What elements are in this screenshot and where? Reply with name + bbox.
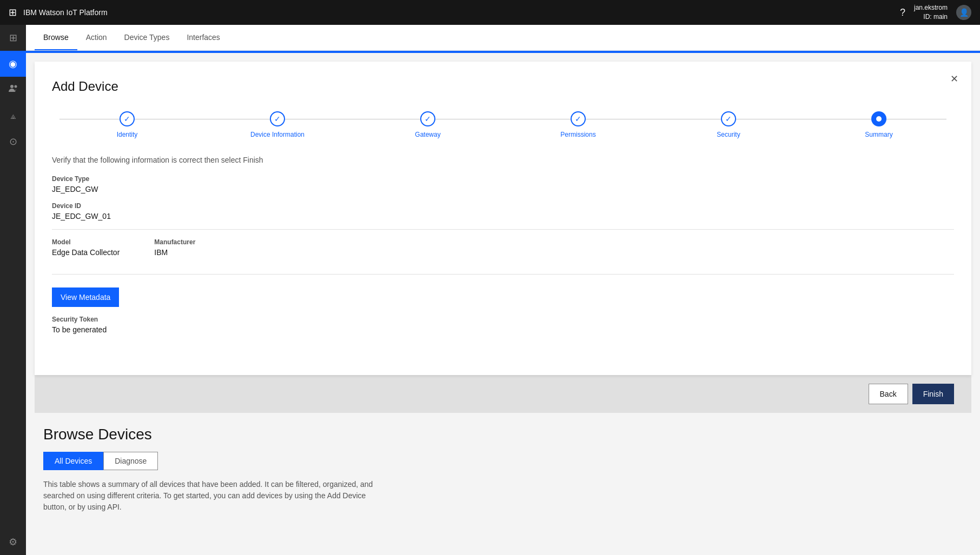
model-field: Model Edge Data Collector (52, 238, 120, 257)
sidebar-item-grid[interactable]: ⊞ (0, 25, 26, 51)
step-gateway: ✓ Gateway (353, 111, 503, 138)
device-id-field: Device ID JE_EDC_GW_01 (52, 202, 954, 220)
add-device-modal: Add Device ✕ ✓ Identity ✓ Device Informa… (35, 62, 971, 375)
modal-title: Add Device (52, 79, 954, 94)
step-circle-summary (871, 111, 886, 126)
members-icon (8, 83, 18, 97)
sidebar: ⊞ ◉ ⟁ ⊙ ⚙ (0, 25, 26, 555)
user-info: jan.ekstrom ID: main (914, 3, 948, 22)
accent-bar (26, 51, 980, 53)
tab-interfaces[interactable]: Interfaces (178, 25, 228, 50)
top-bar: ⊞ IBM Watson IoT Platform ? jan.ekstrom … (0, 0, 980, 25)
step-label-identity: Identity (117, 131, 138, 138)
tab-diagnose[interactable]: Diagnose (103, 452, 158, 470)
browse-title: Browse Devices (43, 426, 963, 443)
tab-device-types[interactable]: Device Types (116, 25, 178, 50)
device-id-label: Device ID (52, 202, 954, 210)
model-value: Edge Data Collector (52, 248, 120, 257)
grid-menu-icon[interactable]: ⊞ (9, 6, 17, 18)
view-metadata-button[interactable]: View Metadata (52, 287, 119, 307)
step-circle-gateway: ✓ (420, 111, 435, 126)
rules-icon: ⟁ (10, 110, 16, 122)
help-icon[interactable]: ? (900, 7, 905, 18)
divider-2 (52, 274, 954, 275)
stepper: ✓ Identity ✓ Device Information ✓ Gatewa… (52, 111, 954, 138)
model-manufacturer-row: Model Edge Data Collector Manufacturer I… (52, 238, 954, 265)
security-token-field: Security Token To be generated (52, 316, 954, 334)
step-label-gateway: Gateway (415, 131, 440, 138)
user-name: jan.ekstrom (914, 3, 948, 12)
device-type-value: JE_EDC_GW (52, 185, 954, 193)
page-area: Add Device ✕ ✓ Identity ✓ Device Informa… (26, 51, 980, 555)
divider-1 (52, 229, 954, 230)
step-security: ✓ Security (653, 111, 804, 138)
step-circle-device-info: ✓ (270, 111, 285, 126)
sidebar-item-settings[interactable]: ⚙ (0, 529, 26, 555)
sidebar-item-devices[interactable]: ◉ (0, 51, 26, 77)
manufacturer-value: IBM (154, 248, 195, 257)
manufacturer-label: Manufacturer (154, 238, 195, 246)
sidebar-item-apps[interactable]: ⊙ (0, 129, 26, 155)
sidebar-item-members[interactable] (0, 77, 26, 103)
step-label-permissions: Permissions (560, 131, 595, 138)
device-tabs: All Devices Diagnose (43, 452, 963, 470)
back-button[interactable]: Back (869, 384, 908, 404)
verify-text: Verify that the following information is… (52, 156, 954, 164)
step-label-security: Security (717, 131, 740, 138)
step-summary: Summary (804, 111, 954, 138)
modal-body: Verify that the following information is… (52, 156, 954, 375)
app-title: IBM Watson IoT Platform (23, 8, 108, 17)
tab-browse[interactable]: Browse (35, 25, 77, 50)
top-bar-right: ? jan.ekstrom ID: main 👤 (900, 3, 971, 22)
svg-point-0 (10, 85, 14, 88)
manufacturer-field: Manufacturer IBM (154, 238, 195, 257)
close-button[interactable]: ✕ (945, 70, 963, 88)
apps-icon: ⊙ (9, 136, 17, 148)
main-layout: ⊞ ◉ ⟁ ⊙ ⚙ Browse (0, 25, 980, 555)
modal-footer: Back Finish (35, 375, 971, 413)
step-circle-permissions: ✓ (571, 111, 586, 126)
step-label-device-info: Device Information (250, 131, 304, 138)
device-id-value: JE_EDC_GW_01 (52, 212, 954, 220)
finish-button[interactable]: Finish (912, 384, 954, 404)
settings-icon: ⚙ (9, 536, 17, 548)
step-permissions: ✓ Permissions (503, 111, 653, 138)
browse-section: Browse Devices All Devices Diagnose This… (26, 413, 980, 526)
step-circle-security: ✓ (721, 111, 736, 126)
top-bar-left: ⊞ IBM Watson IoT Platform (9, 6, 108, 18)
tab-bar: Browse Action Device Types Interfaces (26, 25, 980, 51)
model-label: Model (52, 238, 120, 246)
user-id: ID: main (914, 12, 948, 22)
device-type-field: Device Type JE_EDC_GW (52, 175, 954, 193)
grid-icon: ⊞ (9, 32, 17, 44)
security-token-value: To be generated (52, 325, 954, 334)
security-token-label: Security Token (52, 316, 954, 323)
step-label-summary: Summary (865, 131, 892, 138)
step-device-information: ✓ Device Information (202, 111, 353, 138)
svg-point-1 (15, 85, 17, 88)
step-identity: ✓ Identity (52, 111, 202, 138)
tab-action[interactable]: Action (77, 25, 116, 50)
sidebar-item-rules[interactable]: ⟁ (0, 103, 26, 129)
device-type-label: Device Type (52, 175, 954, 183)
main-content: Browse Action Device Types Interfaces Ad… (26, 25, 980, 555)
devices-icon: ◉ (9, 58, 17, 70)
user-avatar[interactable]: 👤 (956, 5, 971, 20)
browse-description: This table shows a summary of all device… (43, 479, 389, 513)
step-circle-identity: ✓ (120, 111, 135, 126)
tab-all-devices[interactable]: All Devices (43, 452, 103, 470)
